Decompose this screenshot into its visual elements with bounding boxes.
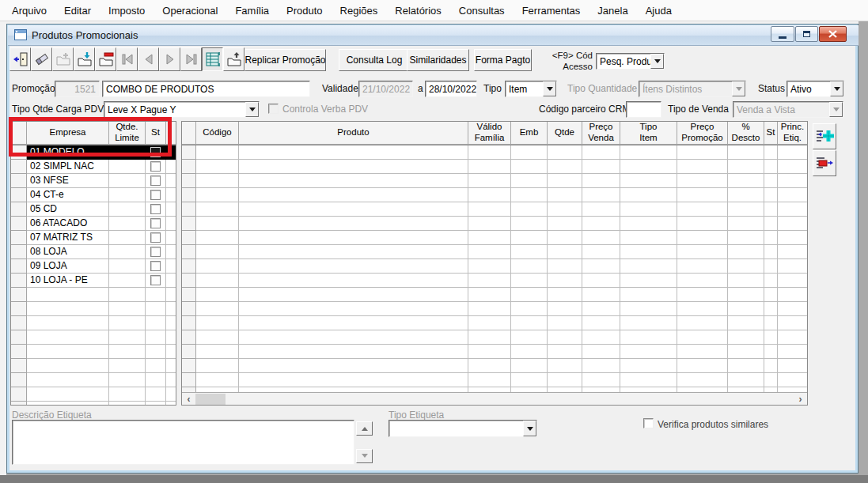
add-button[interactable]	[52, 47, 74, 71]
st-checkbox[interactable]	[150, 175, 161, 186]
add-item-button[interactable]	[813, 123, 836, 149]
grid-cell	[146, 316, 166, 330]
menu-item-editar[interactable]: Editar	[55, 1, 100, 21]
minimize-button[interactable]	[771, 26, 794, 42]
grid-cell[interactable]: 04 CT-e	[27, 188, 109, 202]
grid-cell	[468, 316, 511, 330]
nav-last-button[interactable]	[180, 47, 202, 71]
empresa-row[interactable]: 10 LOJA - PE	[11, 274, 176, 288]
validade-ate-field[interactable]: 28/10/2022	[425, 81, 477, 97]
empresa-row[interactable]: 04 CT-e	[11, 188, 176, 202]
grid-cell	[582, 145, 620, 160]
verifica-similares-checkbox[interactable]	[643, 418, 654, 428]
grid-view-button[interactable]	[202, 47, 223, 71]
st-checkbox[interactable]	[150, 232, 161, 243]
remove-item-button[interactable]	[813, 150, 836, 176]
grid-cell[interactable]: 09 LOJA	[27, 259, 109, 274]
empresa-row[interactable]: 07 MATRIZ TS	[11, 231, 176, 245]
menu-item-arquivo[interactable]: Arquivo	[3, 1, 55, 21]
grid-cell	[468, 373, 511, 387]
empresa-row[interactable]: 08 LOJA	[11, 245, 176, 259]
grid-cell[interactable]: 03 NFSE	[27, 174, 109, 188]
menu-item-janela[interactable]: Janela	[589, 1, 636, 21]
st-checkbox[interactable]	[150, 247, 161, 257]
st-checkbox[interactable]	[150, 161, 161, 172]
grid-cell	[146, 302, 166, 316]
exit-button[interactable]	[9, 47, 31, 71]
empresa-row[interactable]: 01 MODELO	[11, 145, 176, 160]
descricao-etiqueta-textarea[interactable]	[12, 420, 354, 465]
save-button[interactable]	[74, 47, 95, 71]
close-button[interactable]	[819, 26, 847, 42]
grid-cell[interactable]: 02 SIMPL NAC	[27, 160, 109, 174]
menu-item-ferramentas[interactable]: Ferramentas	[514, 1, 589, 21]
tipo-qtde-carga-pdv-dropdown[interactable]: Leve X Pague Y	[104, 101, 260, 118]
replicar-promocao-button[interactable]: Replicar Promoção	[244, 49, 326, 71]
st-checkbox[interactable]	[150, 204, 161, 214]
nav-next-button[interactable]	[159, 47, 180, 71]
menu-item-operacional[interactable]: Operacional	[154, 1, 226, 21]
empresa-row[interactable]: 03 NFSE	[11, 174, 176, 188]
st-checkbox[interactable]	[150, 275, 161, 285]
menu-item-relatórios[interactable]: Relatórios	[386, 1, 450, 21]
grid-cell	[764, 330, 778, 345]
scrollbar-thumb[interactable]	[195, 394, 226, 405]
promocao-nome-field[interactable]: COMBO DE PRODUTOS	[102, 81, 310, 97]
grid-cell	[182, 245, 196, 259]
tipo-dropdown-button[interactable]	[543, 81, 556, 96]
window-titlebar[interactable]: Produtos Promocionais	[8, 25, 859, 46]
tipo-etiqueta-dropdown[interactable]	[389, 420, 537, 437]
grid-cell	[511, 359, 548, 373]
nav-previous-button[interactable]	[138, 47, 159, 71]
grid-cell	[166, 231, 176, 245]
tipo-qtde-carga-pdv-dropdown-button[interactable]	[245, 102, 259, 117]
scroll-right-icon[interactable]: ›	[794, 393, 807, 406]
grid-cell[interactable]: 10 LOJA - PE	[27, 274, 109, 288]
scroll-down-button[interactable]	[356, 449, 373, 463]
menu-item-ajuda[interactable]: Ajuda	[637, 1, 680, 21]
status-dropdown-button[interactable]	[830, 81, 843, 96]
grid-cell	[728, 302, 764, 316]
tipo-dropdown[interactable]: Item	[505, 81, 557, 97]
scroll-left-icon[interactable]: ‹	[182, 393, 195, 406]
empresa-row[interactable]: 09 LOJA	[11, 259, 176, 274]
grid-cell	[764, 202, 778, 217]
nav-first-button[interactable]	[116, 47, 138, 71]
grid-cell[interactable]: 01 MODELO	[27, 145, 109, 160]
consulta-log-button[interactable]: Consulta Log	[339, 49, 410, 71]
grid-cell[interactable]: 07 MATRIZ TS	[27, 231, 109, 245]
empresa-row[interactable]: 02 SIMPL NAC	[11, 160, 176, 174]
scroll-up-button[interactable]	[356, 421, 373, 436]
grid-cell: Válido Família	[468, 122, 511, 145]
menu-item-imposto[interactable]: Imposto	[100, 1, 154, 21]
similaridades-button[interactable]: Similaridades	[407, 49, 469, 71]
grid-cell	[109, 359, 146, 373]
st-checkbox[interactable]	[150, 190, 161, 200]
tipo-etiqueta-dropdown-button[interactable]	[523, 421, 536, 436]
forma-pagto-button[interactable]: Forma Pagto	[474, 49, 532, 71]
grid-cell	[239, 188, 468, 202]
menu-item-produto[interactable]: Produto	[278, 1, 332, 21]
empresa-row[interactable]: 06 ATACADO	[11, 217, 176, 231]
status-dropdown[interactable]: Ativo	[787, 81, 844, 97]
grid-cell	[109, 373, 146, 387]
menu-item-consultas[interactable]: Consultas	[450, 1, 514, 21]
grid-cell[interactable]: 06 ATACADO	[27, 217, 109, 231]
restore-button[interactable]	[795, 26, 818, 42]
menu-item-regiões[interactable]: Regiões	[332, 1, 387, 21]
grid-cell	[511, 373, 548, 387]
grid-cell[interactable]: 05 CD	[27, 202, 109, 217]
st-checkbox[interactable]	[150, 218, 161, 228]
st-checkbox[interactable]	[150, 261, 161, 271]
erase-button[interactable]	[31, 47, 52, 71]
pesq-produto-dropdown-button[interactable]	[650, 54, 664, 69]
produto-grid-hscrollbar[interactable]: ‹ ›	[182, 392, 807, 405]
grid-cell[interactable]: 08 LOJA	[27, 245, 109, 259]
st-checkbox[interactable]	[150, 147, 161, 157]
export-button[interactable]	[223, 47, 244, 71]
pesq-produto-dropdown[interactable]: Pesq. Produtc	[596, 53, 665, 70]
menu-item-família[interactable]: Família	[226, 1, 278, 21]
delete-button[interactable]	[95, 47, 116, 71]
empresa-row[interactable]: 05 CD	[11, 202, 176, 217]
codigo-parceiro-crm-field[interactable]	[626, 101, 661, 118]
